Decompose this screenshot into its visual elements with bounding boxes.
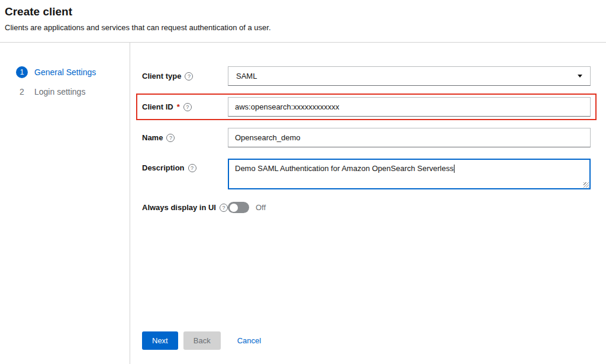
toggle-knob [230,204,238,212]
wizard-actions: Next Back Cancel [142,331,591,350]
wizard-step-general-settings[interactable]: 1 General Settings [16,66,130,78]
resize-handle-icon[interactable] [584,182,589,188]
required-marker: * [177,102,180,111]
content: 1 General Settings 2 Login settings Clie… [0,43,606,364]
text-cursor [454,165,454,173]
description-row: Description Demo SAML Authentication for… [142,159,591,189]
caret-down-icon [578,75,582,78]
client-type-label: Client type [142,72,228,80]
step-number: 2 [16,87,28,96]
back-button[interactable]: Back [183,331,221,350]
name-row: Name [142,128,591,147]
always-display-label: Always display in UI [142,203,228,212]
cancel-button[interactable]: Cancel [237,331,261,350]
help-icon[interactable] [188,164,196,172]
annotation-box: Client ID * [136,94,597,120]
help-icon[interactable] [185,72,193,80]
toggle-state-label: Off [256,203,266,212]
always-display-row: Always display in UI Off [142,202,591,213]
client-id-label: Client ID * [142,102,228,111]
name-label: Name [142,133,228,142]
step-label: General Settings [34,67,96,77]
step-number-badge: 1 [16,66,28,78]
page-subtitle: Clients are applications and services th… [5,23,601,32]
step-label: Login settings [34,87,85,96]
description-textarea[interactable]: Demo SAML Authentication for Amazon Open… [228,159,591,189]
description-label: Description [142,159,228,172]
next-button[interactable]: Next [142,331,178,350]
help-icon[interactable] [183,103,192,111]
description-text: Demo SAML Authentication for Amazon Open… [235,164,453,173]
wizard-step-login-settings[interactable]: 2 Login settings [16,87,130,96]
wizard-nav: 1 General Settings 2 Login settings [0,43,130,364]
client-id-row: Client ID * [142,97,591,117]
client-id-input[interactable] [228,97,591,117]
page-header: Create client Clients are applications a… [0,0,606,32]
create-client-form: Client type SAML Client ID * Name [130,43,606,364]
client-type-row: Client type SAML [142,66,591,86]
client-type-selected-value: SAML [236,72,257,80]
page-title: Create client [5,5,601,18]
help-icon[interactable] [166,134,175,142]
always-display-switch-wrap: Off [228,202,591,213]
help-icon[interactable] [220,204,228,212]
always-display-toggle[interactable] [228,202,249,213]
client-type-select[interactable]: SAML [228,66,591,86]
name-input[interactable] [228,128,591,147]
